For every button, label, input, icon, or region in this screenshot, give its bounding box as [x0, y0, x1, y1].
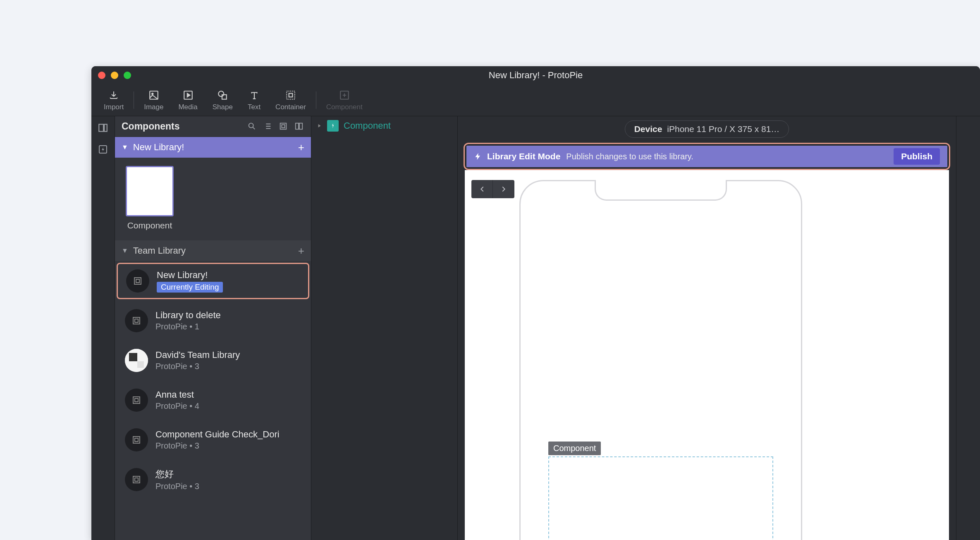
library-name: Component Guide Check_Dori [155, 429, 280, 440]
nav-forward-button[interactable] [493, 180, 514, 198]
titlebar: New Library! - ProtoPie [91, 66, 980, 84]
publish-mode-label: Library Edit Mode [487, 151, 560, 161]
component-tag[interactable]: Component [548, 442, 601, 455]
bolt-icon[interactable] [97, 144, 109, 155]
library-item[interactable]: 您好 ProtoPie • 3 [115, 461, 311, 498]
library-item-current[interactable]: New Library! Currently Editing [117, 263, 309, 299]
library-item[interactable]: Library to delete ProtoPie • 1 [115, 302, 311, 339]
maximize-window-button[interactable] [124, 72, 131, 79]
device-notch [595, 180, 727, 201]
publish-bar-highlight: Library Edit Mode Publish changes to use… [464, 143, 950, 170]
nav-back-button[interactable] [471, 180, 493, 198]
shape-tool[interactable]: Shape [205, 87, 240, 113]
svg-rect-21 [129, 353, 137, 361]
library-info: Component Guide Check_Dori ProtoPie • 3 [155, 429, 280, 451]
svg-point-3 [219, 91, 224, 96]
tool-label: Component [326, 103, 363, 111]
toolbar: Import Image Media Shape Text [91, 84, 980, 116]
plus-icon[interactable]: + [298, 245, 304, 257]
library-info: 您好 ProtoPie • 3 [155, 468, 199, 491]
active-library-header[interactable]: ▼ New Library! + [115, 137, 311, 158]
tool-label: Import [104, 103, 124, 111]
divider [316, 91, 316, 109]
close-window-button[interactable] [98, 72, 105, 79]
publish-button[interactable]: Publish [894, 148, 940, 165]
component-icon [339, 89, 350, 101]
columns-icon[interactable] [294, 122, 304, 132]
library-info: David's Team Library ProtoPie • 3 [155, 350, 240, 371]
svg-rect-12 [280, 123, 287, 129]
library-meta: ProtoPie • 4 [155, 401, 199, 411]
component-item[interactable]: Component [126, 166, 174, 230]
sidebar-actions [247, 122, 304, 132]
svg-rect-17 [136, 279, 139, 283]
svg-rect-4 [222, 95, 227, 99]
sidebar-title: Components [122, 121, 247, 132]
canvas-panel: Device iPhone 11 Pro / X 375 x 81… Libra… [458, 116, 956, 540]
panels-icon[interactable] [97, 122, 109, 134]
tool-label: Text [248, 103, 261, 111]
component-badge-icon [327, 120, 339, 132]
device-selector[interactable]: Device iPhone 11 Pro / X 375 x 81… [625, 120, 789, 138]
chevron-right-icon[interactable] [316, 123, 322, 129]
svg-rect-24 [135, 398, 138, 402]
import-tool[interactable]: Import [96, 87, 131, 113]
library-item[interactable]: Component Guide Check_Dori ProtoPie • 3 [115, 422, 311, 458]
grid-icon[interactable] [279, 122, 289, 132]
component-label: Component [127, 221, 172, 230]
list-icon[interactable] [263, 122, 273, 132]
container-icon [285, 89, 296, 101]
svg-rect-28 [135, 478, 138, 481]
layers-panel: Component [311, 116, 458, 540]
device-label: Device [634, 124, 662, 134]
app-window: New Library! - ProtoPie Import Image Med… [91, 66, 980, 540]
library-icon [125, 389, 148, 412]
library-info: Anna test ProtoPie • 4 [155, 389, 199, 411]
main-area: Components ▼ [91, 116, 980, 540]
library-avatar [125, 349, 148, 372]
svg-rect-14 [296, 123, 299, 129]
traffic-lights [98, 72, 131, 79]
component-thumbnail[interactable] [126, 166, 174, 216]
chevron-down-icon: ▼ [122, 144, 128, 151]
library-name: New Library! [157, 270, 223, 281]
tool-label: Shape [213, 103, 233, 111]
download-icon [109, 89, 119, 101]
component-tool: Component [319, 87, 370, 113]
shape-icon [217, 89, 228, 101]
layers-header: Component [311, 116, 457, 135]
library-meta: ProtoPie • 3 [155, 362, 240, 371]
media-tool[interactable]: Media [171, 87, 205, 113]
text-tool[interactable]: Text [240, 87, 268, 113]
container-tool[interactable]: Container [268, 87, 313, 113]
left-rail [91, 116, 115, 540]
search-icon[interactable] [247, 122, 257, 132]
divider [134, 91, 134, 109]
window-title: New Library! - ProtoPie [489, 70, 583, 81]
svg-rect-13 [282, 125, 284, 127]
device-value: iPhone 11 Pro / X 375 x 81… [667, 124, 779, 134]
svg-rect-26 [135, 438, 138, 442]
minimize-window-button[interactable] [111, 72, 118, 79]
library-item[interactable]: David's Team Library ProtoPie • 3 [115, 342, 311, 379]
library-name: 您好 [155, 468, 199, 480]
canvas-body[interactable]: Component [465, 178, 949, 540]
library-icon [125, 468, 148, 491]
canvas-spacer [465, 170, 949, 178]
library-icon [125, 309, 148, 332]
svg-rect-22 [137, 361, 144, 368]
svg-point-11 [249, 123, 253, 127]
plus-icon[interactable]: + [298, 141, 304, 154]
image-tool[interactable]: Image [136, 87, 171, 113]
team-library-header[interactable]: ▼ Team Library + [115, 240, 311, 261]
component-placeholder[interactable] [548, 456, 773, 540]
component-grid: Component [115, 158, 311, 240]
library-item[interactable]: Anna test ProtoPie • 4 [115, 382, 311, 418]
svg-rect-6 [289, 94, 293, 97]
library-info: Library to delete ProtoPie • 1 [155, 310, 221, 331]
team-library-name: Team Library [133, 245, 298, 256]
svg-rect-18 [133, 317, 140, 324]
component-label[interactable]: Component [344, 120, 391, 131]
library-name: Library to delete [155, 310, 221, 321]
media-icon [183, 89, 194, 101]
